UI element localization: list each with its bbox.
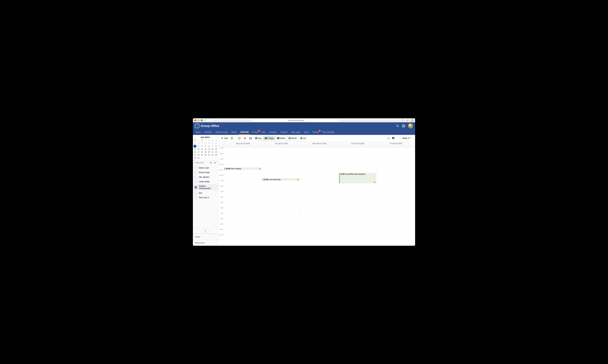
apps-menu[interactable]: [402, 125, 405, 127]
mini-cal-next[interactable]: ›: [215, 136, 217, 139]
back-button[interactable]: ‹: [206, 119, 210, 122]
mini-cal-day[interactable]: 22: [214, 151, 218, 154]
mini-cal-day[interactable]: 29: [214, 154, 218, 156]
mini-cal-day[interactable]: 4: [200, 145, 204, 148]
view-day[interactable]: Day: [254, 136, 263, 140]
mini-cal-day[interactable]: 26: [204, 154, 207, 156]
nav-tab-tasks[interactable]: Tasks: [302, 130, 311, 135]
add-button[interactable]: Add: [220, 136, 229, 140]
pager-prev[interactable]: ‹: [199, 229, 202, 232]
nav-tab-address-book[interactable]: Address book: [214, 130, 230, 135]
pager-input[interactable]: [203, 229, 208, 232]
delete-button[interactable]: [230, 136, 234, 140]
calendar-item[interactable]: Linda Smith: [193, 179, 218, 184]
forward-button[interactable]: ›: [210, 119, 214, 122]
mini-cal-day[interactable]: 27: [200, 142, 204, 145]
mini-cal-day[interactable]: 28: [204, 142, 207, 145]
mini-cal-day[interactable]: 3: [207, 156, 211, 159]
mini-cal-day[interactable]: 2: [193, 145, 196, 148]
nav-tab-calendar[interactable]: Calendar: [238, 130, 250, 135]
mini-cal-day[interactable]: 18: [200, 151, 204, 154]
close-window[interactable]: [194, 119, 196, 121]
mini-cal-day[interactable]: 16: [193, 151, 197, 154]
calendar-item[interactable]: Demo User: [193, 166, 218, 170]
nav-tab-projects[interactable]: Projects: [278, 130, 289, 135]
mini-cal-day[interactable]: 11: [200, 148, 204, 151]
calendars-settings[interactable]: [208, 161, 212, 164]
nav-tab-start-page[interactable]: Start page: [289, 130, 302, 135]
mini-cal-day[interactable]: 9: [193, 148, 197, 151]
mini-cal-day[interactable]: 29: [207, 142, 211, 145]
sidebar-toggle[interactable]: [217, 119, 221, 122]
nav-tab-notes[interactable]: Notes: [194, 130, 203, 135]
calendars-check-all[interactable]: [212, 162, 217, 164]
checkbox[interactable]: [194, 196, 197, 199]
mini-cal-day[interactable]: 7: [211, 145, 214, 148]
mini-cal-day[interactable]: 3: [197, 145, 200, 148]
calendar-grid[interactable]: 7 am8 am9 am10 am11 am12 pm1 pm2 pm3 pm4…: [218, 147, 415, 246]
calendar-event[interactable]: 11:45 GroupOffice demonstration🔔: [339, 173, 376, 183]
calendar-item[interactable]: test: [193, 191, 218, 195]
mini-cal-day[interactable]: 13: [207, 148, 211, 151]
nav-tab-files[interactable]: Files: [260, 130, 267, 135]
day-column[interactable]: 10:45 Team meeting🔔: [224, 147, 262, 239]
nav-tab-time-tracking[interactable]: Time tracking: [320, 130, 336, 135]
mini-cal-day[interactable]: 15: [214, 148, 218, 151]
today-button[interactable]: [248, 136, 253, 140]
view-list[interactable]: List: [299, 136, 308, 140]
checkbox[interactable]: [194, 180, 197, 183]
reload-icon[interactable]: ↻: [339, 119, 340, 121]
mini-cal-day[interactable]: 30: [211, 142, 214, 145]
week-prev[interactable]: ‹: [399, 136, 401, 140]
mini-cal-day[interactable]: 23: [193, 154, 197, 156]
search-button[interactable]: [396, 125, 399, 128]
pager-next[interactable]: ›: [210, 229, 212, 232]
user-avatar[interactable]: [408, 123, 413, 129]
nav-tab-tickets[interactable]: Tickets3: [311, 130, 320, 135]
tabs-button[interactable]: [406, 119, 409, 122]
mini-cal-day[interactable]: 10: [197, 148, 200, 151]
day-column[interactable]: [377, 147, 415, 239]
url-bar[interactable]: localhost/#calendar ↻: [251, 119, 341, 122]
calendar-item[interactable]: System Administrator: [193, 184, 218, 191]
new-tab-button[interactable]: +: [411, 119, 414, 122]
mini-cal-day[interactable]: 25: [193, 142, 197, 145]
checkbox[interactable]: [194, 171, 197, 174]
mini-cal-day[interactable]: 27: [207, 154, 211, 156]
view-month[interactable]: Month: [287, 136, 299, 140]
calendar-item[interactable]: Elmer Fudd: [193, 170, 218, 175]
day-column[interactable]: [300, 147, 339, 239]
mini-cal-day[interactable]: 14: [211, 148, 214, 151]
view-week[interactable]: Week: [276, 136, 287, 140]
mini-cal-day[interactable]: 28: [211, 154, 214, 156]
mini-cal-day[interactable]: 24: [197, 154, 200, 156]
checkbox[interactable]: [194, 167, 197, 169]
mini-cal-title[interactable]: July 2018 ▼: [201, 136, 210, 138]
info-button[interactable]: i: [387, 137, 390, 140]
mini-cal-day[interactable]: 1: [200, 156, 204, 159]
minimize-window[interactable]: [197, 119, 199, 121]
mini-cal-day[interactable]: 21: [211, 151, 214, 154]
calendar-event[interactable]: 12:45 Lunch with Kate🔔: [263, 178, 300, 181]
mini-cal-day[interactable]: 31: [197, 156, 200, 159]
mini-cal-day[interactable]: 19: [204, 151, 207, 154]
checkbox[interactable]: [194, 176, 197, 178]
nav-tab-e-mail[interactable]: E-mail6: [250, 130, 260, 135]
week-next[interactable]: ›: [412, 136, 414, 140]
print-button[interactable]: [391, 136, 396, 140]
refresh-button[interactable]: [237, 136, 242, 140]
mini-cal-day[interactable]: 2: [204, 156, 207, 159]
mini-cal-day[interactable]: 20: [207, 151, 211, 154]
mini-cal-day[interactable]: 25: [200, 154, 204, 156]
settings-button[interactable]: [242, 136, 247, 140]
view-5-days[interactable]: 5 Days: [263, 136, 276, 140]
checkbox[interactable]: [194, 186, 197, 189]
mini-cal-day[interactable]: 8: [214, 145, 218, 148]
mini-cal-day[interactable]: 12: [204, 148, 207, 151]
mini-cal-day[interactable]: 17: [197, 151, 200, 154]
mini-cal-prev[interactable]: ‹: [194, 136, 196, 139]
mini-cal-day[interactable]: 26: [197, 142, 200, 145]
calendar-item[interactable]: Test User 2: [193, 195, 218, 200]
resources-section[interactable]: Resources: [193, 240, 218, 246]
views-section[interactable]: Views: [193, 234, 218, 240]
